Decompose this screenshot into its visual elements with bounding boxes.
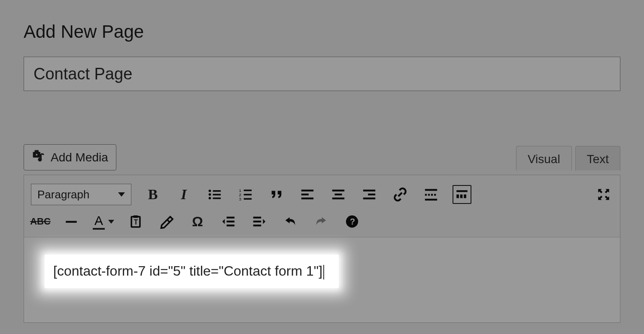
svg-rect-32 <box>456 194 459 198</box>
special-character-button[interactable]: Ω <box>188 212 207 231</box>
svg-rect-43 <box>253 221 261 222</box>
help-button[interactable]: ? <box>343 212 361 231</box>
svg-rect-22 <box>363 190 375 191</box>
strikethrough-button[interactable]: ABC <box>31 212 50 231</box>
svg-rect-21 <box>332 197 344 199</box>
svg-rect-13 <box>244 194 252 196</box>
chevron-down-icon <box>118 192 125 197</box>
italic-button[interactable]: I <box>174 185 193 204</box>
add-media-button[interactable]: Add Media <box>24 144 116 170</box>
format-dropdown-label: Paragraph <box>37 188 89 201</box>
page-title: Add New Page <box>24 21 620 42</box>
svg-point-4 <box>209 190 211 192</box>
svg-point-6 <box>209 193 211 196</box>
svg-rect-39 <box>227 217 234 219</box>
horizontal-rule-button[interactable] <box>62 212 81 231</box>
svg-rect-24 <box>363 197 375 199</box>
align-right-button[interactable] <box>360 185 379 204</box>
editor-shortcode-text[interactable]: [contact-form-7 id="5" title="Contact fo… <box>45 255 339 288</box>
svg-rect-42 <box>253 217 261 219</box>
format-dropdown[interactable]: Paragraph <box>31 184 131 205</box>
svg-rect-33 <box>460 194 463 198</box>
svg-rect-34 <box>464 194 466 198</box>
svg-rect-15 <box>244 198 252 200</box>
editor-toolbar: Paragraph B I 123 <box>24 175 620 237</box>
indent-button[interactable] <box>250 212 269 231</box>
text-color-icon: A <box>93 213 105 230</box>
svg-rect-18 <box>301 197 313 199</box>
svg-rect-25 <box>425 189 437 191</box>
svg-rect-26 <box>425 194 427 196</box>
svg-point-1 <box>35 153 38 156</box>
svg-rect-37 <box>133 216 138 218</box>
bold-button[interactable]: B <box>143 185 162 204</box>
toolbar-toggle-button[interactable] <box>453 185 471 204</box>
svg-rect-2 <box>35 151 38 152</box>
paste-text-button[interactable]: T <box>126 212 145 231</box>
svg-rect-28 <box>431 194 433 196</box>
svg-rect-30 <box>425 199 437 200</box>
svg-rect-17 <box>301 194 309 195</box>
align-left-button[interactable] <box>298 185 317 204</box>
undo-button[interactable] <box>281 212 300 231</box>
svg-rect-35 <box>66 221 77 223</box>
text-color-button[interactable]: A <box>93 213 114 230</box>
text-cursor <box>323 265 324 279</box>
read-more-button[interactable] <box>422 185 440 204</box>
svg-text:3: 3 <box>239 197 241 201</box>
page-title-input[interactable] <box>24 57 620 91</box>
outdent-button[interactable] <box>219 212 238 231</box>
svg-rect-9 <box>213 197 221 199</box>
svg-rect-5 <box>213 190 221 192</box>
editor-content-area[interactable]: [contact-form-7 id="5" title="Contact fo… <box>24 237 620 322</box>
svg-point-3 <box>39 158 41 161</box>
redo-button[interactable] <box>312 212 331 231</box>
svg-rect-27 <box>428 194 430 196</box>
svg-rect-19 <box>332 190 344 191</box>
svg-text:T: T <box>134 219 138 226</box>
svg-rect-31 <box>456 190 468 192</box>
chevron-down-icon <box>108 220 114 224</box>
svg-rect-44 <box>253 225 261 226</box>
blockquote-button[interactable] <box>267 185 286 204</box>
editor-tabs: Visual Text <box>516 146 620 170</box>
svg-point-8 <box>209 197 211 200</box>
add-media-label: Add Media <box>51 151 108 164</box>
editor-container: Paragraph B I 123 <box>24 175 620 323</box>
svg-rect-23 <box>368 194 375 195</box>
numbered-list-button[interactable]: 123 <box>236 185 255 204</box>
svg-rect-41 <box>227 225 234 226</box>
camera-music-icon <box>32 149 46 166</box>
clear-formatting-button[interactable] <box>157 212 176 231</box>
svg-rect-11 <box>244 190 252 191</box>
svg-rect-7 <box>213 194 221 196</box>
tab-visual[interactable]: Visual <box>516 146 572 170</box>
shortcode-text: [contact-form-7 id="5" title="Contact fo… <box>53 263 322 279</box>
svg-rect-16 <box>301 190 313 191</box>
fullscreen-button[interactable] <box>594 185 613 204</box>
tab-text[interactable]: Text <box>575 146 620 170</box>
link-button[interactable] <box>391 185 410 204</box>
bullet-list-button[interactable] <box>205 185 224 204</box>
align-center-button[interactable] <box>329 185 348 204</box>
svg-text:?: ? <box>350 217 355 226</box>
svg-rect-40 <box>227 221 234 222</box>
svg-rect-29 <box>434 194 436 196</box>
svg-rect-20 <box>335 194 342 195</box>
